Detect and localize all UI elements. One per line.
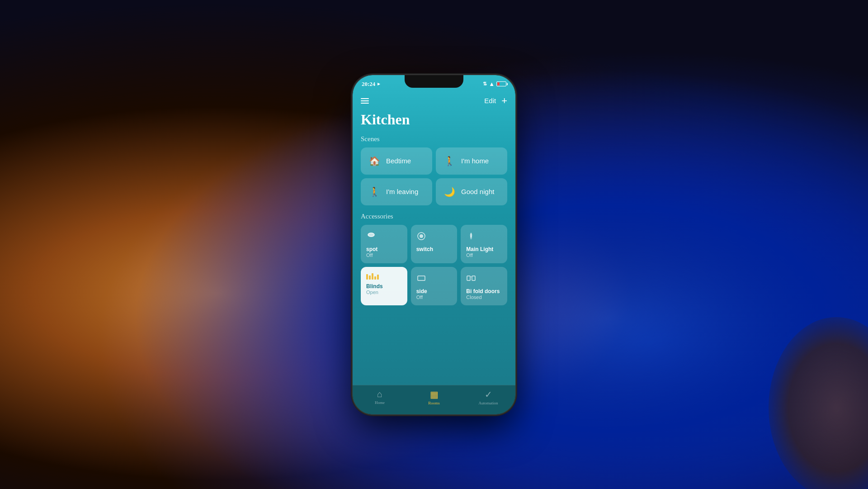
- blind-slat-3: [372, 273, 373, 280]
- blinds-name: Blinds: [366, 283, 383, 290]
- scene-good-night[interactable]: 🌙 Good night: [436, 178, 507, 205]
- side-status: Off: [416, 294, 423, 300]
- home-tab-icon: ⌂: [377, 389, 382, 399]
- im-home-label: I'm home: [461, 157, 489, 165]
- spot-icon: [366, 231, 376, 242]
- scenes-section-header: Scenes: [353, 135, 515, 147]
- good-night-icon: 🌙: [442, 185, 457, 199]
- bifold-icon: [466, 273, 476, 285]
- main-light-status: Off: [466, 252, 472, 258]
- accessory-bifold[interactable]: Bi fold doors Closed: [461, 267, 507, 305]
- switch-name: switch: [416, 246, 433, 252]
- status-icons: ⇅ ▲: [483, 81, 506, 88]
- switch-icon: [416, 231, 426, 242]
- bifold-name: Bi fold doors: [466, 288, 500, 294]
- status-time: 20:24 ▸: [362, 81, 380, 88]
- side-icon: [416, 273, 426, 285]
- menu-button[interactable]: [361, 98, 369, 104]
- main-light-icon: [466, 231, 476, 242]
- edit-button[interactable]: Edit: [484, 97, 496, 104]
- good-night-label: Good night: [461, 188, 494, 195]
- blind-slat-2: [369, 275, 371, 280]
- bedtime-label: Bedtime: [386, 157, 411, 165]
- accessory-blinds[interactable]: Blinds Open: [361, 267, 407, 305]
- bifold-status: Closed: [466, 294, 481, 300]
- accessory-spot[interactable]: spot Off: [361, 225, 407, 263]
- signal-icon: ▸: [377, 81, 380, 87]
- accessory-switch[interactable]: switch: [411, 225, 458, 263]
- home-tab-label: Home: [375, 400, 385, 405]
- scenes-grid: 🏠 Bedtime 🚶 I'm home 🚶 I'm leaving 🌙 Goo…: [353, 147, 515, 213]
- scene-im-home[interactable]: 🚶 I'm home: [436, 147, 507, 175]
- tab-automation[interactable]: ✓ Automation: [461, 389, 515, 405]
- blinds-icon: [366, 273, 379, 280]
- blind-slat-4: [374, 276, 376, 280]
- side-name: side: [416, 288, 427, 294]
- automation-tab-icon: ✓: [485, 389, 492, 400]
- page-title: Kitchen: [353, 109, 515, 135]
- wifi-icon: ▲: [489, 81, 495, 88]
- svg-point-3: [420, 234, 423, 238]
- spot-name: spot: [366, 246, 377, 252]
- phone-frame: 20:24 ▸ ⇅ ▲ Edit: [353, 75, 515, 414]
- network-icon: ⇅: [483, 81, 487, 87]
- time-display: 20:24: [362, 81, 375, 88]
- blind-slat-1: [366, 274, 368, 280]
- rooms-tab-icon: ▦: [430, 389, 439, 400]
- automation-tab-label: Automation: [479, 401, 498, 405]
- menu-line-2: [361, 100, 369, 101]
- tab-bar: ⌂ Home ▦ Rooms ✓ Automation: [353, 385, 515, 414]
- accessories-grid: spot Off switch: [353, 225, 515, 313]
- notch: [405, 75, 463, 88]
- main-content: Edit + Kitchen Scenes 🏠 Bedtime 🚶 I'm ho…: [353, 90, 515, 385]
- accessory-side[interactable]: side Off: [411, 267, 458, 305]
- top-actions: Edit +: [484, 96, 507, 106]
- accessories-section-header: Accessories: [353, 213, 515, 225]
- svg-rect-9: [472, 276, 475, 280]
- spot-status: Off: [366, 252, 373, 258]
- scene-im-leaving[interactable]: 🚶 I'm leaving: [361, 178, 432, 205]
- menu-line-1: [361, 98, 369, 99]
- add-button[interactable]: +: [501, 96, 507, 106]
- battery-level: [497, 82, 500, 85]
- svg-rect-8: [467, 276, 470, 280]
- svg-rect-7: [418, 276, 425, 280]
- blinds-status: Open: [366, 290, 378, 295]
- top-bar: Edit +: [353, 93, 515, 109]
- accessory-main-light[interactable]: Main Light Off: [461, 225, 507, 263]
- blind-slat-5: [377, 275, 379, 280]
- menu-line-3: [361, 103, 369, 104]
- battery-icon: [496, 81, 506, 86]
- main-light-name: Main Light: [466, 246, 493, 252]
- screen: 20:24 ▸ ⇅ ▲ Edit: [353, 75, 515, 414]
- im-leaving-icon: 🚶: [367, 185, 382, 199]
- tab-home[interactable]: ⌂ Home: [353, 389, 407, 405]
- tab-rooms[interactable]: ▦ Rooms: [407, 389, 461, 405]
- im-home-icon: 🚶: [442, 154, 457, 168]
- svg-rect-4: [470, 236, 472, 237]
- scene-bedtime[interactable]: 🏠 Bedtime: [361, 147, 432, 175]
- rooms-tab-label: Rooms: [428, 401, 440, 405]
- bedtime-icon: 🏠: [367, 154, 382, 168]
- im-leaving-label: I'm leaving: [386, 188, 418, 195]
